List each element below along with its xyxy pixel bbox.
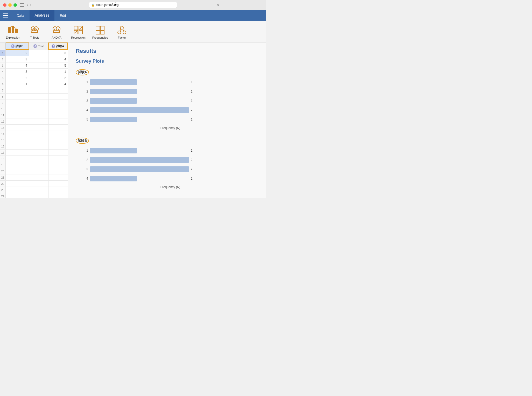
cell[interactable] xyxy=(48,94,68,100)
cell[interactable] xyxy=(29,62,48,68)
table-row[interactable]: 11 xyxy=(0,112,68,118)
cell[interactable] xyxy=(29,193,48,198)
table-row[interactable]: 123 xyxy=(0,50,68,56)
table-row[interactable]: 10 xyxy=(0,106,68,112)
cell[interactable] xyxy=(6,162,29,168)
cell[interactable] xyxy=(29,69,48,75)
cell[interactable] xyxy=(48,174,68,180)
close-button[interactable] xyxy=(3,3,6,7)
cell[interactable] xyxy=(29,168,48,174)
cell[interactable] xyxy=(29,56,48,62)
cell[interactable] xyxy=(29,174,48,180)
table-row[interactable]: 9 xyxy=(0,100,68,106)
cell[interactable]: 2 xyxy=(6,75,29,81)
cell[interactable] xyxy=(48,106,68,112)
toolbar-factor[interactable]: Factor xyxy=(111,23,132,41)
cell[interactable] xyxy=(48,187,68,193)
cell[interactable] xyxy=(29,50,48,56)
toolbar-anova[interactable]: ANOVA xyxy=(46,23,67,41)
col-header-test[interactable]: Test xyxy=(29,43,48,50)
table-row[interactable]: 23 xyxy=(0,187,68,193)
table-row[interactable]: 234 xyxy=(0,56,68,62)
cell[interactable] xyxy=(6,156,29,162)
table-row[interactable]: 22 xyxy=(0,181,68,187)
maximize-button[interactable] xyxy=(13,3,17,7)
toolbar-frequencies[interactable]: Frequencies xyxy=(90,23,110,41)
toolbar-ttests[interactable]: T T-Tests xyxy=(24,23,45,41)
table-row[interactable]: 14 xyxy=(0,131,68,137)
cell[interactable]: 3 xyxy=(6,69,29,75)
minimize-button[interactable] xyxy=(8,3,12,7)
cell[interactable] xyxy=(29,131,48,137)
cell[interactable] xyxy=(29,94,48,100)
cell[interactable] xyxy=(29,75,48,81)
cell[interactable] xyxy=(29,100,48,106)
tab-edit[interactable]: Edit xyxy=(54,10,71,21)
cell[interactable] xyxy=(48,118,68,124)
cell[interactable] xyxy=(6,187,29,193)
cell[interactable] xyxy=(29,87,48,93)
toolbar-regression[interactable]: Regression xyxy=(68,23,89,41)
table-row[interactable]: 19 xyxy=(0,162,68,168)
col-header-shijin-b[interactable]: 試験B xyxy=(6,43,29,50)
table-row[interactable]: 18 xyxy=(0,156,68,162)
cell[interactable] xyxy=(29,137,48,143)
cell[interactable] xyxy=(6,181,29,187)
toolbar-exploration[interactable]: Exploration xyxy=(3,23,23,41)
cell[interactable] xyxy=(29,150,48,155)
cell[interactable]: 4 xyxy=(48,81,68,87)
cell[interactable]: 2 xyxy=(6,50,29,56)
back-button[interactable]: ‹ xyxy=(27,3,28,7)
cell[interactable] xyxy=(6,94,29,100)
cell[interactable] xyxy=(48,181,68,187)
cell[interactable] xyxy=(29,118,48,124)
table-row[interactable]: 21 xyxy=(0,174,68,181)
cell[interactable] xyxy=(6,150,29,155)
cell[interactable] xyxy=(48,87,68,93)
sidebar-toggle[interactable] xyxy=(20,3,24,7)
cell[interactable] xyxy=(6,87,29,93)
table-row[interactable]: 16 xyxy=(0,143,68,150)
table-row[interactable]: 24 xyxy=(0,193,68,198)
cell[interactable] xyxy=(29,162,48,168)
cell[interactable] xyxy=(6,193,29,198)
cell[interactable] xyxy=(48,150,68,155)
cell[interactable] xyxy=(29,181,48,187)
cell[interactable] xyxy=(6,137,29,143)
url-bar[interactable]: 🔒 cloud.jamovi.org xyxy=(89,2,177,8)
table-row[interactable]: 345 xyxy=(0,62,68,69)
cell[interactable]: 1 xyxy=(6,81,29,87)
refresh-button[interactable]: ↻ xyxy=(216,3,219,7)
table-row[interactable]: 431 xyxy=(0,69,68,75)
col-header-shijin-a[interactable]: 試験A xyxy=(48,43,68,50)
table-row[interactable]: 15 xyxy=(0,137,68,143)
cell[interactable] xyxy=(29,156,48,162)
cell[interactable] xyxy=(29,187,48,193)
table-row[interactable]: 12 xyxy=(0,118,68,125)
table-row[interactable]: 17 xyxy=(0,150,68,156)
cell[interactable] xyxy=(29,125,48,131)
cell[interactable]: 1 xyxy=(48,69,68,75)
cell[interactable] xyxy=(6,174,29,180)
cell[interactable] xyxy=(29,112,48,118)
tab-data[interactable]: Data xyxy=(11,10,30,21)
table-row[interactable]: 13 xyxy=(0,125,68,131)
cell[interactable] xyxy=(29,143,48,149)
cell[interactable] xyxy=(6,112,29,118)
table-row[interactable]: 7 xyxy=(0,87,68,94)
cell[interactable] xyxy=(48,125,68,131)
cell[interactable] xyxy=(48,193,68,198)
cell[interactable] xyxy=(48,137,68,143)
cell[interactable] xyxy=(48,168,68,174)
cell[interactable] xyxy=(48,131,68,137)
cell[interactable]: 5 xyxy=(48,62,68,68)
cell[interactable] xyxy=(48,112,68,118)
cell[interactable] xyxy=(6,168,29,174)
table-row[interactable]: 522 xyxy=(0,75,68,81)
cell[interactable] xyxy=(48,100,68,106)
cell[interactable]: 2 xyxy=(48,75,68,81)
tab-analyses[interactable]: Analyses xyxy=(30,10,55,21)
table-row[interactable]: 20 xyxy=(0,168,68,174)
cell[interactable] xyxy=(6,125,29,131)
forward-button[interactable]: › xyxy=(30,3,31,7)
